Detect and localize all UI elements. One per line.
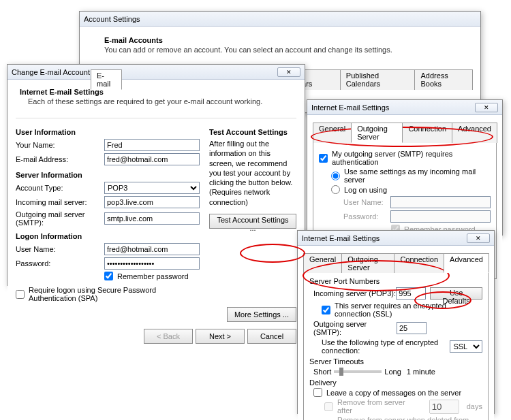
tab-outgoing-server[interactable]: Outgoing Server	[351, 123, 403, 143]
tab-advanced[interactable]: Advanced	[452, 123, 497, 143]
outgoing-label: Outgoing mail server (SMTP):	[16, 210, 104, 227]
timeout-value: 1 minute	[407, 368, 435, 376]
port-heading: Server Port Numbers	[309, 277, 482, 285]
ies-advanced-window: Internet E-mail Settings ✕ General Outgo…	[297, 230, 495, 414]
incoming-input[interactable]	[104, 196, 200, 208]
remember-password-checkbox[interactable]	[104, 272, 113, 280]
ies1-username-label: User Name:	[343, 198, 390, 206]
ies1-tabs: General Outgoing Server Connection Advan…	[313, 122, 497, 143]
use-defaults-button[interactable]: Use Defaults	[430, 287, 482, 300]
your-name-label: Your Name:	[16, 141, 104, 149]
account-settings-titlebar: Account Settings	[80, 12, 480, 27]
pop3-port-input[interactable]	[396, 287, 426, 300]
your-name-input[interactable]	[104, 139, 200, 151]
ies-sub: Each of these settings are required to g…	[28, 97, 292, 106]
ies-heading: Internet E-mail Settings	[20, 88, 292, 96]
tab-general-2[interactable]: General	[303, 253, 342, 273]
remove-after-label: Remove from server after	[337, 398, 422, 415]
user-info-heading: User Information	[16, 128, 200, 136]
smtp-auth-label: My outgoing server (SMTP) requires authe…	[332, 150, 491, 166]
change-account-titlebar: Change E-mail Account ✕	[7, 65, 305, 80]
account-settings-title: Account Settings	[84, 15, 476, 23]
tab-general[interactable]: General	[313, 123, 352, 143]
ies2-tabs: General Outgoing Server Connection Advan…	[303, 253, 489, 273]
ies1-titlebar: Internet E-mail Settings ✕	[307, 100, 502, 115]
ies2-title: Internet E-mail Settings	[302, 234, 467, 242]
ies1-title: Internet E-mail Settings	[311, 103, 475, 112]
delivery-heading: Delivery	[309, 378, 482, 387]
enc-select[interactable]: SSL	[450, 340, 482, 353]
require-spa-label: Require logon using Secure Password Auth…	[29, 286, 200, 302]
same-settings-radio[interactable]	[331, 172, 340, 180]
timeouts-heading: Server Timeouts	[309, 357, 482, 366]
same-settings-label: Use same settings as my incoming mail se…	[344, 167, 491, 184]
email-label: E-mail Address:	[16, 155, 104, 163]
email-input[interactable]	[104, 153, 200, 165]
change-account-title: Change E-mail Account	[12, 68, 277, 76]
cancel-button[interactable]: Cancel	[247, 329, 296, 344]
username-label: User Name:	[16, 245, 104, 253]
account-type-label: Account Type:	[16, 184, 104, 192]
timeout-slider[interactable]	[334, 370, 382, 373]
password-label: Password:	[16, 259, 104, 268]
ies1-password-label: Password:	[343, 212, 390, 221]
ies2-titlebar: Internet E-mail Settings ✕	[298, 231, 494, 246]
back-button: < Back	[144, 329, 193, 344]
ies-outgoing-window: Internet E-mail Settings ✕ General Outgo…	[307, 99, 503, 236]
tab-outgoing-2[interactable]: Outgoing Server	[341, 253, 394, 273]
pop3-ssl-label: This server requires an encrypted connec…	[335, 302, 482, 318]
tab-published-cal[interactable]: Published Calendars	[340, 69, 416, 90]
require-spa-checkbox[interactable]	[16, 290, 25, 299]
more-settings-button[interactable]: More Settings ...	[227, 307, 296, 322]
tab-advanced-2[interactable]: Advanced	[444, 253, 489, 273]
password-input[interactable]	[104, 257, 200, 270]
email-accounts-sub: You can add or remove an account. You ca…	[104, 46, 465, 54]
long-label: Long	[384, 368, 401, 376]
incoming-label: Incoming mail server:	[16, 198, 104, 206]
smtp-auth-checkbox[interactable]	[319, 154, 328, 163]
remove-after-days-input	[429, 400, 459, 414]
server-info-heading: Server Information	[16, 171, 200, 179]
smtp-port-label: Outgoing server (SMTP):	[313, 320, 397, 336]
leave-copy-checkbox[interactable]	[313, 388, 322, 397]
enc-label: Use the following type of encrypted conn…	[322, 338, 450, 355]
test-text: After filling out the information on thi…	[209, 139, 296, 207]
username-input[interactable]	[104, 243, 200, 255]
remember-password-label: Remember password	[117, 272, 189, 280]
days-label: days	[467, 402, 482, 410]
tab-connection-2[interactable]: Connection	[394, 253, 444, 273]
log-on-using-label: Log on using	[344, 186, 387, 194]
log-on-using-radio[interactable]	[331, 185, 340, 194]
test-account-settings-button[interactable]: Test Account Settings ...	[209, 214, 296, 229]
ies1-password-input	[390, 210, 491, 223]
tab-connection[interactable]: Connection	[402, 123, 452, 143]
close-icon[interactable]: ✕	[277, 67, 300, 77]
close-icon[interactable]: ✕	[467, 233, 490, 243]
pop3-port-label: Incoming server (POP3):	[313, 289, 396, 297]
tab-address-books[interactable]: Address Books	[414, 69, 473, 90]
change-email-account-window: Change E-mail Account ✕ Internet E-mail …	[7, 64, 305, 286]
remove-deleted-label: Remove from server when deleted from 'De…	[337, 416, 482, 420]
close-icon[interactable]: ✕	[475, 103, 498, 112]
smtp-port-input[interactable]	[397, 322, 427, 334]
account-type-select[interactable]: POP3	[104, 182, 200, 194]
outgoing-input[interactable]	[104, 212, 200, 225]
email-accounts-heading: E-mail Accounts	[104, 36, 465, 44]
ies1-username-input	[390, 196, 491, 208]
pop3-ssl-checkbox[interactable]	[322, 306, 330, 314]
test-heading: Test Account Settings	[209, 128, 296, 136]
remove-after-checkbox	[324, 402, 333, 411]
tab-email[interactable]: E-mail	[91, 69, 122, 90]
short-label: Short	[313, 368, 331, 376]
leave-copy-label: Leave a copy of messages on the server	[326, 389, 461, 397]
logon-info-heading: Logon Information	[16, 232, 200, 240]
next-button[interactable]: Next >	[196, 329, 245, 344]
